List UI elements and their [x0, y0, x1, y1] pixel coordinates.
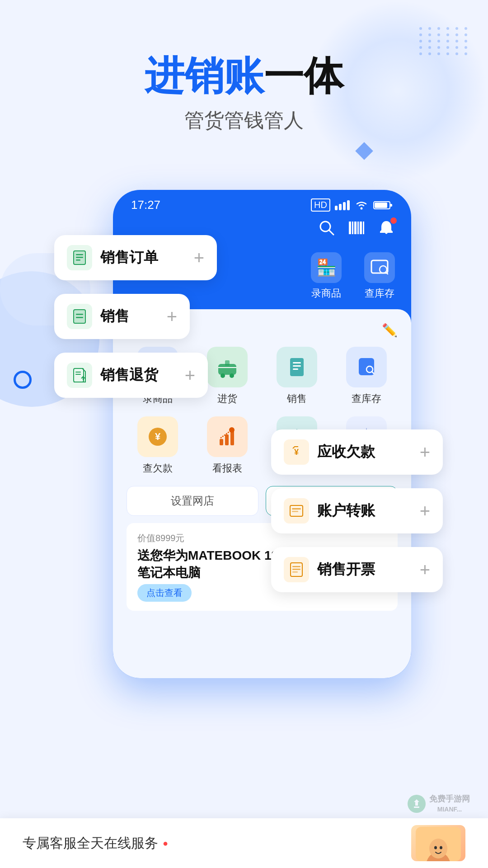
status-icons: HD — [311, 198, 393, 212]
svg-rect-2 — [375, 203, 387, 208]
svg-rect-44 — [74, 310, 85, 323]
svg-text:¥: ¥ — [294, 448, 299, 457]
edit-icon[interactable]: ✏️ — [382, 323, 398, 338]
float-card-receivable-label: 应收欠款 — [317, 442, 412, 462]
notification-dot — [390, 217, 397, 224]
svg-rect-59 — [292, 569, 300, 570]
svg-rect-47 — [76, 317, 83, 318]
svg-rect-58 — [292, 566, 300, 567]
watermark: 免费手游网MIANF... — [408, 793, 470, 814]
inventory-check-icon — [346, 347, 387, 387]
svg-rect-42 — [76, 257, 83, 258]
shortcut-check-debt[interactable]: ¥ 查欠款 — [127, 416, 189, 475]
float-card-receivable[interactable]: ¥ 应收欠款 + — [271, 429, 443, 475]
transfer-icon — [284, 498, 309, 524]
shortcut-reports[interactable]: 看报表 — [196, 416, 258, 475]
float-card-invoice-label: 销售开票 — [317, 560, 412, 580]
reports-icon — [207, 416, 248, 457]
float-card-sales-label: 销售 — [100, 307, 159, 326]
hero-title: 进销账一体 — [0, 54, 488, 98]
purchase-shortcut-icon — [207, 347, 248, 387]
check-debt-icon: ¥ — [137, 416, 178, 457]
svg-rect-66 — [414, 807, 419, 808]
set-shop-button[interactable]: 设置网店 — [127, 486, 258, 516]
svg-rect-43 — [76, 259, 80, 261]
float-card-receivable-add[interactable]: + — [420, 442, 430, 462]
svg-text:¥: ¥ — [155, 431, 161, 442]
float-card-sales-order-label: 销售订单 — [100, 248, 186, 268]
float-card-sales[interactable]: 销售 + — [54, 294, 190, 339]
svg-rect-9 — [357, 222, 359, 234]
float-card-sales-return-label: 销售退货 — [100, 365, 177, 385]
svg-rect-46 — [76, 314, 83, 315]
svg-rect-56 — [292, 511, 298, 512]
svg-rect-55 — [292, 508, 301, 509]
svg-point-0 — [361, 207, 363, 209]
hero-section: 进销账一体 管货管钱管人 — [0, 54, 488, 134]
svg-rect-48 — [74, 368, 84, 382]
svg-rect-50 — [75, 374, 81, 375]
service-bar-label: 专属客服全天在线服务 — [23, 834, 158, 853]
shortcut-purchase-label: 进货 — [217, 392, 237, 406]
svg-rect-8 — [354, 222, 357, 234]
dot-grid-decoration — [419, 27, 470, 55]
search-icon[interactable] — [318, 219, 335, 241]
svg-rect-11 — [363, 222, 364, 234]
float-card-sales-order-add[interactable]: + — [194, 248, 204, 268]
svg-rect-34 — [230, 431, 234, 445]
svg-point-20 — [221, 373, 225, 378]
quick-item-record[interactable]: 🏪 录商品 — [311, 252, 342, 300]
float-card-invoice[interactable]: 销售开票 + — [271, 547, 443, 592]
shortcut-sales-label: 销售 — [287, 392, 307, 406]
hero-subtitle: 管货管钱管人 — [0, 107, 488, 134]
service-bar: 专属客服全天在线服务 ● 免费手游网MIANF... — [0, 818, 488, 868]
sales-order-icon — [67, 245, 92, 270]
battery-icon — [373, 200, 393, 211]
float-card-sales-return[interactable]: 销售退货 + — [54, 353, 208, 398]
quick-item-inventory[interactable]: 查库存 — [364, 252, 395, 300]
float-card-transfer-add[interactable]: + — [420, 501, 430, 521]
hero-title-blue: 进销账 — [145, 53, 264, 98]
status-time: 17:27 — [131, 198, 160, 212]
shortcut-check-debt-label: 查欠款 — [143, 462, 173, 475]
svg-point-21 — [230, 373, 234, 378]
promo-cta-button[interactable]: 点击查看 — [137, 584, 192, 602]
bg-circle-decoration — [14, 371, 32, 389]
hd-label: HD — [311, 198, 330, 212]
service-online-dot: ● — [163, 838, 168, 849]
signal-icon — [335, 200, 350, 210]
promo-price-tag: 价值8999元 — [137, 532, 387, 544]
svg-rect-10 — [360, 222, 362, 234]
svg-rect-6 — [349, 222, 351, 234]
sales-icon — [67, 304, 92, 329]
svg-rect-32 — [220, 439, 223, 445]
shortcut-reports-label: 看报表 — [212, 462, 242, 475]
float-card-sales-return-add[interactable]: + — [185, 365, 195, 386]
svg-rect-25 — [293, 365, 301, 367]
quick-item-record-label: 录商品 — [311, 287, 341, 300]
svg-rect-24 — [293, 362, 301, 363]
notification-icon[interactable] — [378, 219, 395, 241]
hero-title-black: 一体 — [264, 53, 343, 98]
shortcut-inventory-check-label: 查库存 — [352, 392, 381, 406]
float-card-sales-add[interactable]: + — [167, 307, 177, 327]
float-card-invoice-add[interactable]: + — [420, 560, 430, 580]
status-bar: 17:27 HD — [113, 190, 411, 212]
float-card-transfer-label: 账户转账 — [317, 501, 412, 521]
shortcut-sales[interactable]: 销售 — [266, 347, 328, 406]
svg-rect-33 — [225, 434, 229, 445]
shortcut-inventory-check[interactable]: 查库存 — [335, 347, 398, 406]
barcode-icon[interactable] — [348, 219, 365, 241]
float-card-transfer[interactable]: 账户转账 + — [271, 488, 443, 533]
service-text: 专属客服全天在线服务 ● — [23, 834, 168, 853]
svg-line-5 — [329, 230, 333, 235]
svg-rect-22 — [225, 360, 230, 366]
svg-rect-49 — [75, 372, 81, 373]
invoice-icon — [284, 557, 309, 582]
svg-point-64 — [434, 846, 437, 849]
float-card-sales-order[interactable]: 销售订单 + — [54, 235, 217, 280]
sales-shortcut-icon — [277, 347, 317, 387]
sales-return-icon — [67, 363, 92, 388]
inventory-icon — [364, 252, 395, 283]
svg-rect-23 — [290, 358, 304, 376]
